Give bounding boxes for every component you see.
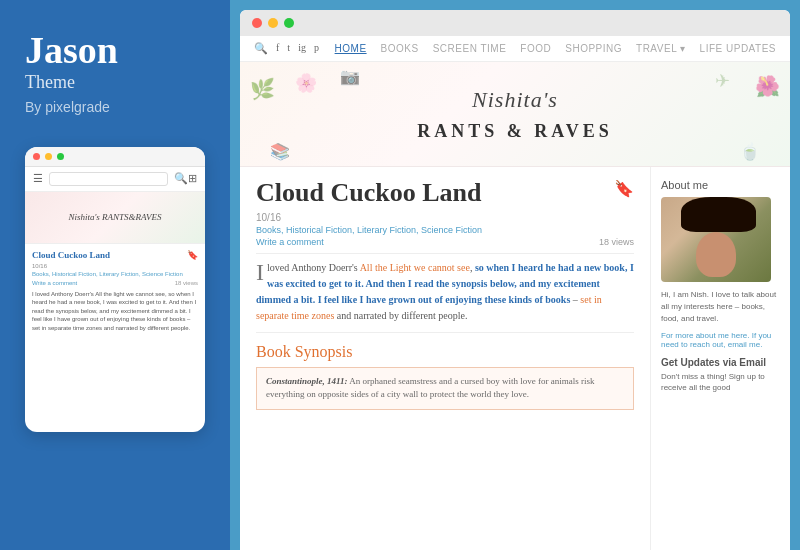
mobile-content: 🔖 Cloud Cuckoo Land 10/16 Books, Histori… [25, 244, 205, 338]
mobile-search-icon: 🔍 [174, 172, 188, 185]
mobile-bookmark-icon: 🔖 [187, 250, 198, 260]
browser-titlebar [240, 10, 790, 36]
mobile-post-title: Cloud Cuckoo Land [32, 250, 198, 260]
nav-screen-time[interactable]: SCREEN TIME [433, 43, 507, 54]
post-divider [256, 253, 634, 254]
post-divider-2 [256, 332, 634, 333]
synopsis-place: Constantinople, 1411: [266, 376, 348, 386]
blog-main: 🔖 Cloud Cuckoo Land 10/16 Books, Histori… [240, 167, 790, 550]
post-views: 18 views [599, 237, 634, 247]
post-bookmark-icon: 🔖 [614, 179, 634, 198]
nav-travel[interactable]: TRAVEL ▾ [636, 43, 686, 54]
drop-cap: I [256, 260, 264, 284]
browser-dot-green[interactable] [284, 18, 294, 28]
facebook-icon[interactable]: f [276, 42, 279, 55]
deco-camera: 📷 [340, 67, 360, 86]
blog-nav: 🔍 f t ig p HOME BOOKS SCREEN TIME FOOD S… [240, 36, 790, 62]
nav-shopping[interactable]: SHOPPING [565, 43, 622, 54]
deco-flower-right: 🌺 [755, 74, 780, 98]
mobile-share-icon: ⊞ [188, 172, 197, 185]
write-comment-link[interactable]: Write a comment [256, 237, 324, 247]
blog-content: 🔍 f t ig p HOME BOOKS SCREEN TIME FOOD S… [240, 36, 790, 550]
mobile-top-bar [25, 147, 205, 167]
nav-food[interactable]: FOOD [520, 43, 551, 54]
sidebar-bio: Hi, I am Nish. I love to talk about all … [661, 289, 780, 325]
blog-sidebar: About me Hi, I am Nish. I love to talk a… [650, 167, 790, 550]
mobile-search-bar [49, 172, 168, 186]
deco-leaf-left: 🌿 [250, 77, 275, 101]
blog-title-bold: RANTS & RAVES [417, 121, 613, 141]
mobile-post-excerpt: I loved Anthony Doerr's All the light we… [32, 290, 198, 332]
post-meta-tags: Books, Historical Fiction, Literary Fict… [256, 225, 634, 235]
blog-banner-title: Nishita's RANTS & RAVES [417, 84, 613, 144]
theme-label: Theme [25, 72, 205, 93]
theme-name: Jason [25, 30, 205, 72]
mobile-toolbar: ☰ 🔍 ⊞ [25, 167, 205, 192]
post-body: I loved Anthony Doerr's All the Light we… [256, 260, 634, 324]
search-icon[interactable]: 🔍 [254, 42, 268, 55]
post-meta-date: 10/16 [256, 212, 634, 223]
mobile-blog-header: Nishita's RANTS&RAVES [25, 192, 205, 244]
post-title: Cloud Cuckoo Land [256, 179, 634, 208]
by-line: By pixelgrade [25, 99, 205, 115]
twitter-icon[interactable]: t [287, 42, 290, 55]
instagram-icon[interactable]: ig [298, 42, 306, 55]
blog-left: 🔖 Cloud Cuckoo Land 10/16 Books, Histori… [240, 167, 650, 550]
avatar-face [696, 232, 736, 277]
mobile-dot-yellow [45, 153, 52, 160]
blog-nav-icons: 🔍 f t ig p [254, 42, 319, 55]
sidebar-updates-title: Get Updates via Email [661, 357, 780, 368]
browser-dot-red[interactable] [252, 18, 262, 28]
nav-home[interactable]: HOME [335, 43, 367, 54]
mobile-post-meta: 10/16 Books, Historical Fiction, Literar… [32, 262, 198, 287]
sidebar-updates-text: Don't miss a thing! Sign up to receive a… [661, 371, 780, 393]
deco-tea: 🍵 [740, 142, 760, 161]
blog-title-italic: Nishita's [472, 87, 558, 112]
mobile-menu-icon: ☰ [33, 172, 43, 185]
nav-books[interactable]: BOOKS [381, 43, 419, 54]
mobile-dot-red [33, 153, 40, 160]
sidebar-about-title: About me [661, 179, 780, 191]
blog-header-banner: 🌿 🌸 📷 ✈ 🌺 📚 🍵 Nishita's RANTS & RAVES [240, 62, 790, 167]
nav-life-updates[interactable]: LIFE UPDATES [700, 43, 776, 54]
deco-cherry: 🌸 [295, 72, 317, 94]
right-panel: 🔍 f t ig p HOME BOOKS SCREEN TIME FOOD S… [230, 0, 800, 550]
post-meta-write: Write a comment 18 views [256, 237, 634, 247]
sidebar-contact: For more about me here. If you need to r… [661, 331, 780, 349]
section-title: Book Synopsis [256, 343, 634, 361]
browser-window: 🔍 f t ig p HOME BOOKS SCREEN TIME FOOD S… [240, 10, 790, 550]
avatar-hair [681, 197, 756, 232]
mobile-preview: ☰ 🔍 ⊞ Nishita's RANTS&RAVES 🔖 Cloud Cuck… [25, 147, 205, 432]
left-panel: Jason Theme By pixelgrade ☰ 🔍 ⊞ Nishita'… [0, 0, 230, 550]
blog-nav-menu: HOME BOOKS SCREEN TIME FOOD SHOPPING TRA… [335, 43, 776, 54]
deco-plane: ✈ [715, 70, 730, 92]
browser-dot-yellow[interactable] [268, 18, 278, 28]
mobile-dot-green [57, 153, 64, 160]
deco-book: 📚 [270, 142, 290, 161]
sidebar-avatar [661, 197, 771, 282]
synopsis-box: Constantinople, 1411: An orphaned seamst… [256, 367, 634, 410]
pinterest-icon[interactable]: p [314, 42, 319, 55]
